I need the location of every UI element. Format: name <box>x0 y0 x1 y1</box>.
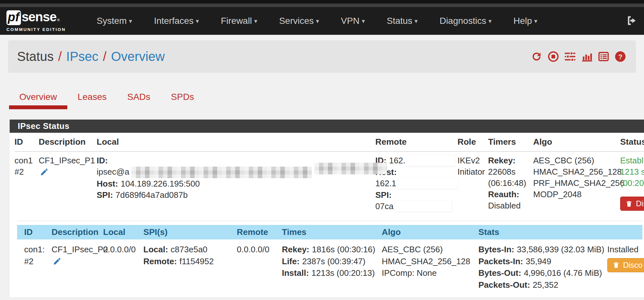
col-header-algo: Algo <box>382 227 478 237</box>
reauth-label: Reauth: <box>488 189 519 199</box>
install-label: Install: <box>282 268 309 278</box>
table-row: con1: #2 CF1_IPsec_P2 0.0.0.0/0 Local:c8… <box>17 239 642 297</box>
cell-status: Establ 1213 s (00:20 Dis <box>620 155 644 212</box>
col-header-status: Status <box>620 137 644 147</box>
disconnect-button-label: Disco <box>623 261 642 270</box>
breadcrumb: Status / IPsec / Overview <box>17 49 165 64</box>
logo-registered-mark: ® <box>57 18 60 22</box>
breadcrumb-link-overview[interactable]: Overview <box>111 49 165 64</box>
cell-stats: Bytes-In:33,586,939 (32.03 MiB) Packets-… <box>478 244 607 291</box>
col-header-algo: Algo <box>533 137 620 147</box>
pfsense-ipsec-status-page: pf sense ® COMMUNITY EDITION System▾ Int… <box>0 0 644 300</box>
trash-icon <box>612 261 620 269</box>
menu-item-label: Help <box>514 16 532 26</box>
bytes-out-label: Bytes-Out: <box>478 268 521 278</box>
status-line: Establ <box>620 155 644 166</box>
spi-remote-value: f1154952 <box>179 256 214 266</box>
redacted-block <box>131 167 312 178</box>
menu-item-status[interactable]: Status▾ <box>376 10 428 32</box>
tab-overview[interactable]: Overview <box>9 92 67 109</box>
tab-sads[interactable]: SADs <box>117 92 161 109</box>
breadcrumb-separator: / <box>58 49 62 64</box>
ipsec-status-panel: IPsec Status ID Description Local Remote… <box>10 120 644 297</box>
disconnect-button[interactable]: Disco <box>607 258 644 272</box>
bytes-out-value: 4,996,016 (4.76 MiB) <box>524 268 602 278</box>
menu-item-diagnostics[interactable]: Diagnostics▾ <box>428 10 502 32</box>
pfsense-logo[interactable]: pf sense ® COMMUNITY EDITION <box>6 10 66 32</box>
refresh-icon[interactable] <box>531 51 543 63</box>
disconnect-button[interactable]: Dis <box>620 197 644 211</box>
edit-icon[interactable] <box>40 168 49 179</box>
local-spi-value: 7d689f64a7ad087b <box>116 190 188 200</box>
menu-item-firewall[interactable]: Firewall▾ <box>210 10 268 32</box>
local-host-value: 104.189.226.195:500 <box>120 179 200 189</box>
menu-item-help[interactable]: Help▾ <box>503 10 548 32</box>
col-header-description: Description <box>52 227 103 237</box>
cell-algo: AES_CBC (256) HMAC_SHA2_256_128 IPComp: … <box>382 244 478 291</box>
redacted-block <box>398 178 458 189</box>
tab-leases[interactable]: Leases <box>67 92 117 109</box>
edit-icon[interactable] <box>53 257 62 268</box>
algo-integrity: HMAC_SHA2_256_128 <box>533 166 617 178</box>
algo-encryption: AES_CBC (256) <box>382 244 475 256</box>
bytes-in-label: Bytes-In: <box>478 245 514 254</box>
bar-chart-icon[interactable] <box>581 51 593 63</box>
help-icon[interactable]: ? <box>614 51 626 63</box>
disconnect-button-label: Dis <box>636 199 644 208</box>
menu-item-services[interactable]: Services▾ <box>268 10 330 32</box>
menu-item-label: Status <box>387 16 412 26</box>
packets-out-value: 25,352 <box>533 280 558 290</box>
cell-remote: ID:162. Host: 162.1 SPI: 07ca <box>375 155 457 212</box>
log-list-icon[interactable] <box>598 51 610 63</box>
caret-down-icon: ▾ <box>415 18 418 24</box>
packets-in-value: 35,949 <box>526 256 552 266</box>
menu-item-vpn[interactable]: VPN▾ <box>330 10 376 32</box>
cell-timers: Rekey: 22608s (06:16:48) Reauth: Disable… <box>488 155 533 212</box>
col-header-stats: Stats <box>478 227 607 237</box>
cell-remote: 0.0.0.0/0 <box>237 244 282 291</box>
svg-text:?: ? <box>618 53 623 61</box>
life-label: Life: <box>282 256 300 266</box>
stop-icon[interactable] <box>547 51 559 63</box>
child-table-header: ID Description Local SPI(s) Remote Times… <box>17 225 642 239</box>
page-action-icons: ? <box>531 51 626 63</box>
rekey-value: 1816s (00:30:16) <box>312 245 375 254</box>
ipsec-tabs: Overview Leases SADs SPDs <box>9 92 644 109</box>
redacted-block <box>314 163 387 174</box>
col-header-role: Role <box>457 137 488 147</box>
cell-times: Rekey:1816s (00:30:16) Life:2387s (00:39… <box>282 244 382 291</box>
caret-down-icon: ▾ <box>129 18 132 24</box>
tab-spds[interactable]: SPDs <box>161 92 205 109</box>
menu-item-system[interactable]: System▾ <box>86 10 143 32</box>
trash-icon <box>625 200 633 208</box>
cell-role: IKEv2 Initiator <box>457 155 488 212</box>
logout-icon[interactable] <box>626 15 638 28</box>
description-text: CF1_IPsec_P2 <box>52 244 100 256</box>
cell-spis: Local:c873e5a0 Remote:f1154952 <box>143 244 237 291</box>
remote-label: Remote: <box>143 256 177 266</box>
local-network: 0.0.0.0/0 <box>103 244 140 256</box>
menu-item-label: Services <box>279 16 313 26</box>
child-sa-section: ID Description Local SPI(s) Remote Times… <box>17 221 642 297</box>
cell-status: Installed Disco <box>607 244 644 291</box>
menu-item-interfaces[interactable]: Interfaces▾ <box>143 10 210 32</box>
life-value: 2387s (00:39:47) <box>302 256 366 266</box>
rekey-time: (06:16:48) <box>488 178 530 189</box>
host-label: Host: <box>97 179 118 189</box>
reauth-value: Disabled <box>488 200 530 211</box>
sliders-icon[interactable] <box>564 51 576 63</box>
col-header-local: Local <box>97 137 375 147</box>
algo-prf: PRF_HMAC_SHA2_256 <box>533 178 617 189</box>
connection-id: con1 <box>14 155 35 166</box>
menu-item-label: Firewall <box>221 16 252 26</box>
breadcrumb-link-ipsec[interactable]: IPsec <box>66 49 99 64</box>
spi-label: SPI: <box>375 190 392 200</box>
pfsense-logo-row: pf sense ® <box>6 10 66 25</box>
cell-local: ID: ipsec@a Host:104.189.226.195:500 SPI… <box>97 155 375 212</box>
col-header-spis: SPI(s) <box>143 227 237 237</box>
top-navbar: pf sense ® COMMUNITY EDITION System▾ Int… <box>0 7 644 35</box>
rekey-seconds: 22608s <box>488 166 530 178</box>
connection-subid: #2 <box>14 166 35 178</box>
bytes-in-value: 33,586,939 (32.03 MiB) <box>517 245 604 254</box>
algo-integrity: HMAC_SHA2_256_128 <box>382 256 475 267</box>
